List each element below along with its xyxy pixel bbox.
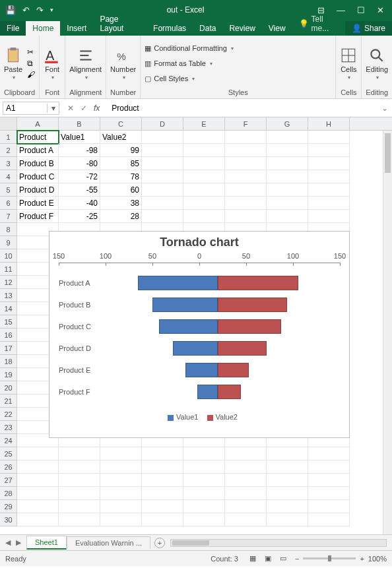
cell-G3[interactable]	[267, 157, 308, 170]
col-header-C[interactable]: C	[100, 117, 142, 130]
cell-D26[interactable]	[142, 460, 183, 474]
cell-D1[interactable]	[142, 131, 183, 144]
cell-B26[interactable]	[59, 460, 100, 474]
cell-C27[interactable]	[100, 474, 142, 487]
cell-E3[interactable]	[183, 157, 225, 170]
fx-icon[interactable]: fx	[94, 104, 100, 113]
minimize-icon[interactable]: —	[337, 5, 345, 15]
cell-B2[interactable]: -98	[59, 144, 100, 157]
zoom-out-button[interactable]: −	[295, 555, 299, 563]
row-header-14[interactable]: 14	[0, 302, 16, 315]
row-header-30[interactable]: 30	[0, 513, 16, 526]
new-sheet-button[interactable]: +	[154, 538, 165, 548]
cell-B6[interactable]: -40	[59, 197, 100, 210]
row-header-13[interactable]: 13	[0, 289, 16, 302]
row-header-9[interactable]: 9	[0, 236, 16, 249]
cell-B4[interactable]: -72	[59, 170, 100, 183]
cell-C7[interactable]: 28	[100, 210, 142, 223]
cell-E5[interactable]	[183, 183, 225, 197]
row-header-17[interactable]: 17	[0, 342, 16, 355]
tab-insert[interactable]: Insert	[60, 21, 93, 36]
cell-G5[interactable]	[267, 183, 308, 197]
cell-H7[interactable]	[308, 210, 350, 223]
cell-E26[interactable]	[183, 460, 225, 474]
cell-E6[interactable]	[183, 197, 225, 210]
cell-C5[interactable]: 60	[100, 183, 142, 197]
cell-A5[interactable]: Product D	[17, 183, 59, 197]
cell-A30[interactable]	[17, 513, 59, 526]
number-button[interactable]: %Number▾	[110, 47, 136, 80]
row-header-24[interactable]: 24	[0, 434, 16, 447]
cell-G2[interactable]	[267, 144, 308, 157]
cell-F25[interactable]	[225, 447, 267, 460]
row-header-20[interactable]: 20	[0, 381, 16, 394]
cell-E7[interactable]	[183, 210, 225, 223]
cell-D29[interactable]	[142, 500, 183, 513]
cell-D25[interactable]	[142, 447, 183, 460]
paste-button[interactable]: Paste▾	[4, 47, 22, 80]
worksheet-grid[interactable]: ABCDEFGH 1234567891011121314151617181920…	[0, 117, 392, 534]
cell-G25[interactable]	[267, 447, 308, 460]
sheet-tab-evaluation[interactable]: Evaluation Warnin ...	[67, 536, 150, 549]
tab-data[interactable]: Data	[193, 21, 222, 36]
row-header-26[interactable]: 26	[0, 460, 16, 474]
cell-F26[interactable]	[225, 460, 267, 474]
cell-A7[interactable]: Product F	[17, 210, 59, 223]
tell-me[interactable]: 💡 Tell me...	[292, 12, 345, 36]
select-all-corner[interactable]	[0, 117, 17, 130]
row-header-12[interactable]: 12	[0, 276, 16, 289]
conditional-formatting-button[interactable]: ▦ Conditional Formatting ▾	[145, 42, 234, 55]
cell-D5[interactable]	[142, 183, 183, 197]
row-header-5[interactable]: 5	[0, 183, 16, 197]
cell-H29[interactable]	[308, 500, 350, 513]
cell-H4[interactable]	[308, 170, 350, 183]
row-header-10[interactable]: 10	[0, 249, 16, 263]
sheet-tab-sheet1[interactable]: Sheet1	[26, 536, 67, 550]
row-header-19[interactable]: 19	[0, 368, 16, 381]
cell-A27[interactable]	[17, 474, 59, 487]
cell-F5[interactable]	[225, 183, 267, 197]
sheet-nav-prev-icon[interactable]: ◀	[5, 538, 11, 547]
cell-E1[interactable]	[183, 131, 225, 144]
cell-G29[interactable]	[267, 500, 308, 513]
vertical-scrollbar[interactable]	[383, 131, 392, 534]
row-header-21[interactable]: 21	[0, 394, 16, 408]
tab-formulas[interactable]: Formulas	[147, 21, 193, 36]
cell-H30[interactable]	[308, 513, 350, 526]
cell-B1[interactable]: Value1	[59, 131, 100, 144]
col-header-A[interactable]: A	[17, 117, 59, 130]
zoom-level[interactable]: 100%	[368, 555, 387, 563]
cell-E25[interactable]	[183, 447, 225, 460]
format-as-table-button[interactable]: ▥ Format as Table ▾	[145, 57, 234, 70]
cell-styles-button[interactable]: ▢ Cell Styles ▾	[145, 72, 234, 85]
cell-F1[interactable]	[225, 131, 267, 144]
view-page-break-icon[interactable]: ▭	[277, 554, 290, 562]
cell-D4[interactable]	[142, 170, 183, 183]
cell-A26[interactable]	[17, 460, 59, 474]
qat-customize-icon[interactable]: ▾	[50, 7, 53, 13]
cell-G6[interactable]	[267, 197, 308, 210]
cell-B30[interactable]	[59, 513, 100, 526]
cell-E29[interactable]	[183, 500, 225, 513]
cell-G30[interactable]	[267, 513, 308, 526]
cell-F30[interactable]	[225, 513, 267, 526]
copy-icon[interactable]: ⧉	[27, 59, 35, 68]
cell-A3[interactable]: Product B	[17, 157, 59, 170]
tab-home[interactable]: Home	[26, 21, 60, 36]
alignment-button[interactable]: Alignment▾	[69, 47, 102, 80]
cell-F4[interactable]	[225, 170, 267, 183]
cell-D3[interactable]	[142, 157, 183, 170]
name-box[interactable]: ▾	[3, 102, 59, 115]
share-button[interactable]: 👤 Share	[345, 21, 392, 36]
cell-A1[interactable]: Product	[17, 131, 59, 144]
cell-C1[interactable]: Value2	[100, 131, 142, 144]
cell-G7[interactable]	[267, 210, 308, 223]
cell-F3[interactable]	[225, 157, 267, 170]
col-header-F[interactable]: F	[225, 117, 267, 130]
cell-C2[interactable]: 99	[100, 144, 142, 157]
row-header-29[interactable]: 29	[0, 500, 16, 513]
format-painter-icon[interactable]: 🖌	[27, 70, 35, 79]
cell-A4[interactable]: Product C	[17, 170, 59, 183]
cell-F27[interactable]	[225, 474, 267, 487]
tab-view[interactable]: View	[262, 21, 292, 36]
